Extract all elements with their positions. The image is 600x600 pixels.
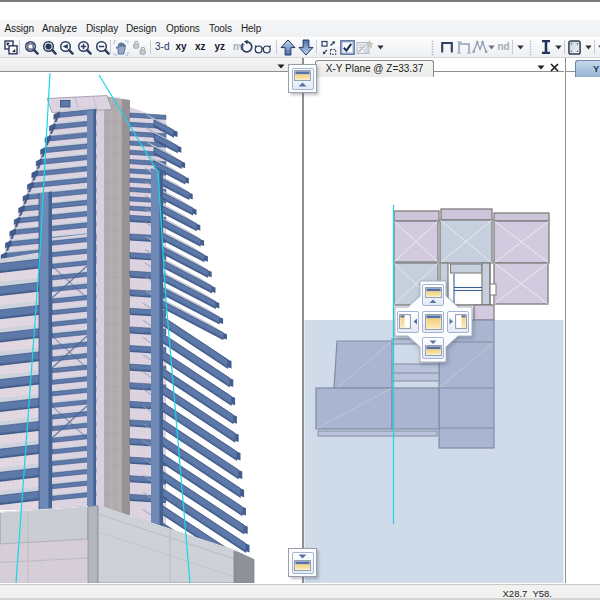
move-down-list-icon[interactable]: [298, 39, 314, 56]
view-panel-3d: [0, 58, 302, 583]
status-coordinates: X28.7 Y58.: [503, 588, 552, 599]
toolbar-grip-icon: [431, 40, 434, 56]
view-yz-button[interactable]: yz: [215, 41, 226, 52]
truss-dropdown-icon[interactable]: [488, 45, 495, 50]
menu-item-design[interactable]: Design: [126, 23, 157, 34]
dock-guide-edge-top-button[interactable]: [288, 64, 317, 93]
dock-guide-edge-bottom-button[interactable]: [288, 548, 317, 577]
menu-item-display[interactable]: Display: [86, 23, 118, 34]
display-options-glasses-icon[interactable]: [254, 43, 272, 54]
view-panel-elevation: Y: [566, 58, 600, 583]
menu-bar: AssignAnalyzeDisplayDesignOptionsToolsHe…: [0, 20, 600, 37]
checkbox-toggle-icon[interactable]: [340, 40, 355, 55]
dock-guide-top-button[interactable]: [422, 284, 444, 306]
ibeam-dropdown-icon[interactable]: [555, 45, 562, 50]
zoom-rubber-band-icon[interactable]: [24, 40, 39, 55]
view-xz-button[interactable]: xz: [195, 41, 206, 52]
dock-guide-right-button[interactable]: [447, 311, 469, 333]
etabs-application-window: AssignAnalyzeDisplayDesignOptionsToolsHe…: [0, 0, 600, 600]
truss-m-icon[interactable]: [472, 40, 488, 54]
frame-pinned-icon[interactable]: [456, 40, 472, 54]
title-bar-strip: [0, 2, 600, 20]
slab-section-icon[interactable]: [568, 40, 581, 55]
zoom-previous-icon[interactable]: [59, 40, 74, 55]
toolbar-separator: [512, 40, 513, 54]
ibeam-section-icon[interactable]: [541, 40, 551, 54]
wand-dropdown-icon[interactable]: [377, 45, 384, 50]
toolbar-separator: [19, 40, 20, 54]
rotate-view-icon[interactable]: [240, 40, 254, 54]
toolbar-separator: [110, 40, 111, 54]
status-bar: X28.7 Y58.: [0, 584, 600, 600]
toolbar-separator: [150, 40, 151, 54]
elevation-view-tab[interactable]: Y: [575, 60, 600, 77]
toolbar-separator: [276, 40, 277, 54]
toolbar: 3-dxyxzyznvnd: [0, 37, 600, 58]
zoom-restore-full-view-icon[interactable]: [42, 40, 57, 55]
panel-plan-header: X-Y Plane @ Z=33.37: [304, 58, 564, 72]
toolbar-separator: [564, 40, 565, 54]
panel-elevation-content[interactable]: [566, 78, 600, 583]
dock-guide-bottom-button[interactable]: [422, 337, 444, 359]
zoom-out-icon[interactable]: [95, 40, 110, 55]
view-xy-button[interactable]: xy: [176, 41, 187, 52]
pan-hand-icon[interactable]: [113, 40, 129, 56]
zoom-in-icon[interactable]: [77, 40, 92, 55]
panel-elevation-header: Y: [566, 58, 600, 72]
dock-guide-left-button[interactable]: [397, 311, 419, 333]
shrink-objects-icon[interactable]: [321, 40, 337, 56]
dropdown-icon-1[interactable]: [517, 45, 524, 50]
menu-item-options[interactable]: Options: [166, 23, 200, 34]
restore-window-icon[interactable]: [4, 40, 18, 55]
panel-3d-menu-chevron-icon[interactable]: [277, 64, 285, 69]
menu-item-assign[interactable]: Assign: [5, 23, 34, 34]
label-nd[interactable]: nd: [498, 41, 510, 52]
menu-item-analyze[interactable]: Analyze: [42, 23, 77, 34]
measure-lock-icon[interactable]: [132, 40, 147, 56]
move-up-list-icon[interactable]: [280, 39, 296, 56]
view-3d-button[interactable]: 3-d: [155, 41, 169, 52]
toolbar-separator: [316, 40, 317, 54]
panel-plan-menu-chevron-icon[interactable]: [537, 65, 545, 70]
plan-view-tab[interactable]: X-Y Plane @ Z=33.37: [315, 60, 434, 77]
auto-wand-icon[interactable]: [356, 40, 374, 55]
panel-plan-close-icon[interactable]: [550, 63, 559, 72]
toolbar-separator: [594, 40, 595, 54]
slab-dropdown-icon[interactable]: [585, 45, 592, 50]
menu-item-tools[interactable]: Tools: [209, 23, 232, 34]
menu-item-help[interactable]: Help: [241, 23, 261, 34]
draw-frame-portal-icon[interactable]: [440, 40, 454, 53]
toolbar-grip-icon-2: [529, 40, 532, 56]
3d-building-rendering: [0, 73, 302, 583]
work-area: X-Y Plane @ Z=33.37 Y: [0, 58, 600, 583]
panel-3d-header: [0, 58, 302, 72]
dock-guide-diamond: [391, 277, 477, 366]
panel-3d-content[interactable]: [0, 73, 302, 583]
dock-guide-center-button[interactable]: [422, 311, 444, 333]
